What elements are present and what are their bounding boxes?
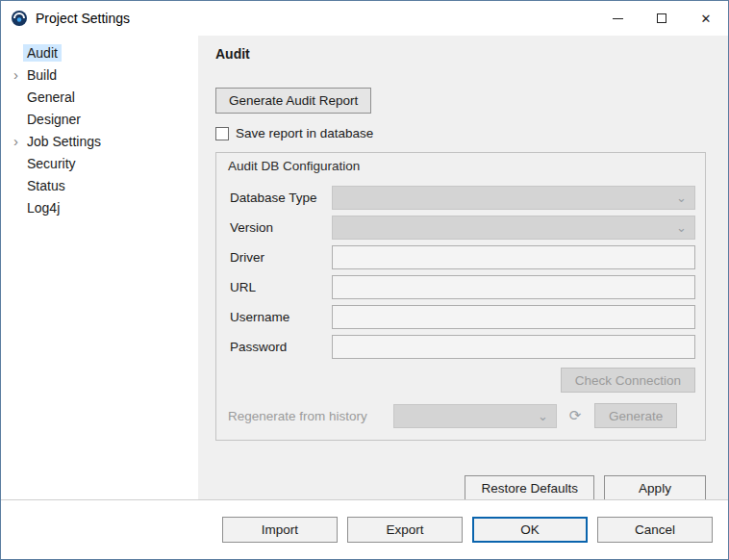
check-connection-row: Check Connection <box>228 368 695 393</box>
window-controls: ✕ <box>595 1 728 36</box>
maximize-button[interactable] <box>640 1 684 36</box>
project-settings-window: Project Settings ✕ › Audit › Build <box>0 0 729 560</box>
driver-field <box>332 245 695 269</box>
sidebar-item-label: Job Settings <box>23 133 105 150</box>
password-row: Password <box>228 335 695 359</box>
driver-label: Driver <box>228 250 332 265</box>
chevron-right-icon[interactable]: › <box>9 67 23 82</box>
password-label: Password <box>228 340 332 354</box>
ok-button[interactable]: OK <box>472 517 588 543</box>
audit-content: Generate Audit Report Save report in dat… <box>198 70 728 500</box>
sidebar-item-audit[interactable]: › Audit <box>1 41 198 64</box>
version-select: ⌄ <box>332 216 695 240</box>
sidebar-item-label: Log4j <box>23 199 63 216</box>
username-field <box>332 305 695 329</box>
generate-button: Generate <box>594 403 677 428</box>
close-button[interactable]: ✕ <box>684 1 728 36</box>
username-label: Username <box>228 310 332 324</box>
username-row: Username <box>228 305 695 329</box>
sidebar-item-label: General <box>23 89 79 106</box>
chevron-right-icon[interactable]: › <box>9 134 23 148</box>
database-type-row: Database Type ⌄ <box>228 186 695 210</box>
apply-button[interactable]: Apply <box>604 475 706 500</box>
dialog-footer: Import Export OK Cancel <box>1 499 728 559</box>
save-report-row: Save report in database <box>215 126 706 140</box>
chevron-down-icon: ⌄ <box>676 191 687 204</box>
audit-db-configuration-group: Audit DB Configuration Database Type ⌄ V… <box>215 152 706 441</box>
import-button[interactable]: Import <box>222 517 338 543</box>
generate-audit-report-button[interactable]: Generate Audit Report <box>215 88 371 114</box>
url-label: URL <box>228 280 332 294</box>
chevron-down-icon: ⌄ <box>538 410 548 422</box>
save-report-label: Save report in database <box>236 126 373 140</box>
url-field <box>332 275 695 299</box>
audit-settings-panel: Audit Generate Audit Report Save report … <box>198 36 728 499</box>
sidebar-item-label: Security <box>23 155 80 172</box>
version-row: Version ⌄ <box>228 216 695 240</box>
restore-defaults-button[interactable]: Restore Defaults <box>465 475 594 500</box>
sidebar-item-label: Status <box>23 177 69 194</box>
maximize-icon <box>657 13 666 23</box>
settings-tree: › Audit › Build › General › Designer › J… <box>1 36 198 499</box>
regenerate-from-history-label: Regenerate from history <box>228 409 393 423</box>
dialog-body: › Audit › Build › General › Designer › J… <box>1 36 728 499</box>
driver-row: Driver <box>228 245 695 269</box>
sidebar-item-general[interactable]: › General <box>1 86 198 108</box>
sidebar-item-build[interactable]: › Build <box>1 64 198 86</box>
url-row: URL <box>228 275 695 299</box>
close-icon: ✕ <box>701 13 712 25</box>
titlebar: Project Settings ✕ <box>1 1 728 36</box>
sidebar-item-label: Designer <box>23 111 85 128</box>
sidebar-item-log4j[interactable]: › Log4j <box>1 196 198 218</box>
version-label: Version <box>228 220 332 235</box>
password-field <box>332 335 695 359</box>
minimize-button[interactable] <box>595 1 640 36</box>
sidebar-item-label: Audit <box>23 44 62 62</box>
cancel-button[interactable]: Cancel <box>597 517 713 543</box>
database-type-label: Database Type <box>228 191 332 205</box>
save-report-checkbox[interactable] <box>215 127 229 140</box>
minimize-icon <box>613 18 623 19</box>
sidebar-item-designer[interactable]: › Designer <box>1 108 198 130</box>
app-icon <box>11 10 28 27</box>
sidebar-item-label: Build <box>23 66 61 84</box>
database-type-select: ⌄ <box>332 186 695 210</box>
sidebar-item-status[interactable]: › Status <box>1 174 198 196</box>
export-button[interactable]: Export <box>347 517 463 543</box>
regenerate-history-select: ⌄ <box>393 404 557 428</box>
sidebar-item-security[interactable]: › Security <box>1 152 198 174</box>
group-title: Audit DB Configuration <box>228 159 695 173</box>
sidebar-item-job-settings[interactable]: › Job Settings <box>1 130 198 152</box>
regenerate-row: Regenerate from history ⌄ ⟳ Generate <box>228 403 695 428</box>
check-connection-button: Check Connection <box>561 368 695 393</box>
apply-row: Restore Defaults Apply <box>215 475 706 500</box>
refresh-icon: ⟳ <box>563 407 588 424</box>
chevron-down-icon: ⌄ <box>676 221 687 234</box>
page-title: Audit <box>198 36 728 70</box>
window-title: Project Settings <box>36 11 130 26</box>
